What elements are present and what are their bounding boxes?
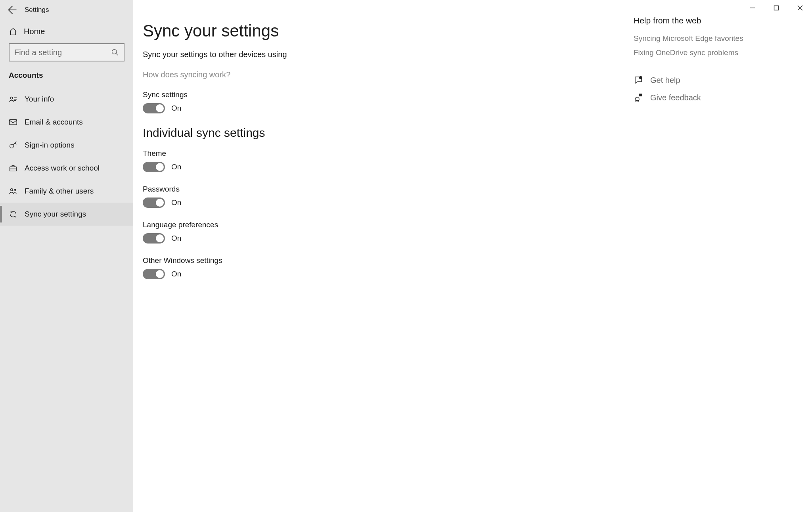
give-feedback-label: Give feedback [650, 93, 701, 102]
sync-settings-label: Sync settings [143, 90, 419, 99]
help-panel: Help from the web Syncing Microsoft Edge… [634, 0, 812, 512]
sidebar-item-label: Sign-in options [25, 141, 75, 150]
svg-rect-7 [774, 6, 779, 10]
minimize-button[interactable] [741, 0, 764, 16]
svg-point-8 [639, 76, 642, 79]
briefcase-icon [9, 164, 17, 173]
main-area: Sync your settings Sync your settings to… [133, 0, 812, 512]
sync-settings-toggle[interactable] [143, 103, 165, 113]
close-icon [797, 5, 803, 11]
mail-icon [9, 118, 17, 127]
back-button[interactable] [6, 4, 17, 16]
search-input-container[interactable] [9, 43, 124, 61]
help-link-edge-favorites[interactable]: Syncing Microsoft Edge favorites [634, 34, 788, 43]
home-label: Home [24, 27, 45, 36]
person-card-icon [9, 95, 17, 104]
other-windows-settings-toggle[interactable] [143, 269, 165, 279]
maximize-button[interactable] [764, 0, 788, 16]
language-preferences-label: Language preferences [143, 221, 419, 229]
sidebar-item-label: Your info [25, 95, 54, 104]
theme-label: Theme [143, 149, 419, 158]
page-title: Sync your settings [133, 16, 634, 50]
sidebar-item-label: Sync your settings [25, 210, 86, 219]
sidebar-item-label: Access work or school [25, 164, 100, 173]
sidebar-nav: Your info Email & accounts Sign-in optio… [0, 88, 133, 226]
arrow-left-icon [6, 4, 17, 16]
sync-intro-text: Sync your settings to other devices usin… [143, 50, 419, 59]
get-help-link[interactable]: Get help [634, 75, 788, 85]
sidebar-item-your-info[interactable]: Your info [0, 88, 133, 111]
people-icon [9, 187, 17, 196]
window-controls [741, 0, 812, 17]
app-title: Settings [25, 6, 49, 14]
other-windows-settings-label: Other Windows settings [143, 256, 419, 265]
sidebar-section-label: Accounts [0, 69, 133, 88]
sidebar-item-sync-your-settings[interactable]: Sync your settings [0, 203, 133, 226]
close-button[interactable] [788, 0, 812, 16]
search-icon [111, 48, 119, 56]
home-icon [9, 27, 17, 36]
get-help-label: Get help [650, 76, 680, 85]
sidebar-item-access-work-school[interactable]: Access work or school [0, 157, 133, 180]
svg-point-6 [14, 189, 16, 191]
language-preferences-state: On [171, 234, 181, 243]
maximize-icon [774, 5, 779, 11]
svg-point-5 [11, 189, 13, 191]
key-icon [9, 141, 17, 150]
titlebar-left: Settings [0, 0, 133, 20]
passwords-state: On [171, 198, 181, 207]
svg-point-1 [11, 97, 13, 100]
passwords-toggle[interactable] [143, 198, 165, 208]
sidebar-home[interactable]: Home [0, 20, 133, 43]
search-input[interactable] [14, 48, 106, 57]
other-windows-settings-state: On [171, 270, 181, 278]
sync-settings-state: On [171, 104, 181, 113]
sidebar-item-family-other-users[interactable]: Family & other users [0, 180, 133, 203]
feedback-icon [634, 93, 643, 102]
how-syncing-works-link[interactable]: How does syncing work? [143, 70, 230, 79]
sidebar-item-sign-in-options[interactable]: Sign-in options [0, 134, 133, 157]
svg-rect-2 [10, 120, 17, 125]
minimize-icon [750, 5, 755, 11]
passwords-label: Passwords [143, 185, 419, 194]
svg-point-0 [112, 50, 117, 54]
sidebar-item-label: Email & accounts [25, 118, 83, 127]
svg-rect-10 [639, 94, 642, 96]
language-preferences-toggle[interactable] [143, 233, 165, 244]
sidebar-item-email-accounts[interactable]: Email & accounts [0, 111, 133, 134]
theme-toggle[interactable] [143, 162, 165, 172]
give-feedback-link[interactable]: Give feedback [634, 93, 788, 102]
individual-sync-title: Individual sync settings [143, 126, 419, 140]
theme-state: On [171, 163, 181, 171]
sync-icon [9, 210, 17, 219]
chat-help-icon [634, 75, 643, 85]
sidebar-item-label: Family & other users [25, 187, 94, 196]
sidebar: Settings Home Accounts Your info [0, 0, 133, 512]
help-link-onedrive-sync[interactable]: Fixing OneDrive sync problems [634, 48, 788, 57]
